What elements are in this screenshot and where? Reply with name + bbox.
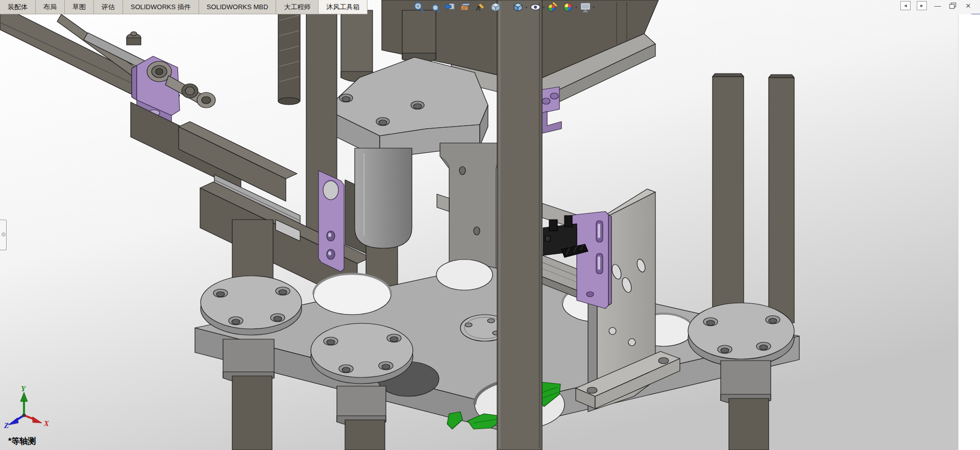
previous-window-button[interactable]: ◄	[900, 1, 911, 10]
view-orientation-icon[interactable]	[489, 1, 502, 14]
model-threaded-rod[interactable]	[278, 10, 300, 105]
triad-z-label: Z	[4, 421, 9, 430]
restore-button[interactable]	[948, 2, 958, 10]
view-settings-icon[interactable]	[579, 1, 592, 14]
view-orientation-label: *等轴测	[8, 436, 36, 447]
heads-up-toolbar: A ▾ ▾ ▾ ▾	[411, 1, 595, 14]
tab-label: 布局	[43, 3, 57, 12]
apply-scene-icon[interactable]	[561, 1, 575, 14]
model-column-back-right[interactable]	[713, 74, 744, 317]
zoom-to-fit-icon[interactable]	[412, 1, 426, 14]
chevron-down-icon[interactable]: ▾	[525, 5, 527, 10]
hide-show-items-icon[interactable]	[529, 1, 542, 14]
chevron-down-icon[interactable]: ▾	[593, 5, 595, 10]
display-style-icon[interactable]	[511, 1, 525, 14]
triad-x-label: X	[43, 419, 50, 428]
tab-label: 草图	[72, 3, 86, 12]
tab-addins[interactable]: SOLIDWORKS 插件	[123, 0, 199, 14]
model-flat-bracket-purple[interactable]	[318, 171, 344, 272]
model-flange-left[interactable]	[201, 276, 302, 335]
flyout-dot-icon	[2, 232, 6, 236]
tab-label: 大工程师	[284, 3, 310, 12]
annotation-views-icon[interactable]: A	[474, 1, 487, 14]
graphics-area[interactable]: Y Z X	[0, 0, 980, 450]
tab-label: 评估	[102, 3, 115, 12]
task-pane	[958, 14, 980, 450]
model-cylinder-top-left[interactable]	[341, 10, 373, 82]
tab-label: SOLIDWORKS MBD	[207, 3, 268, 11]
chevron-down-icon[interactable]: ▾	[575, 5, 577, 10]
tab-evaluate[interactable]: 评估	[94, 0, 123, 14]
window-controls: ◄ ► — ✕	[900, 1, 973, 10]
next-window-button[interactable]: ►	[917, 1, 927, 10]
tab-label: SOLIDWORKS 插件	[131, 3, 191, 12]
tab-big-engineer[interactable]: 大工程师	[276, 0, 318, 14]
section-view-icon[interactable]	[458, 1, 472, 14]
model-column-front[interactable]	[497, 0, 542, 450]
model-column-far-right[interactable]	[769, 75, 794, 323]
model-flange-right[interactable]	[688, 303, 794, 366]
model-cylinder-top-right[interactable]	[402, 10, 436, 63]
tab-label: 装配体	[8, 3, 28, 12]
tab-assembly[interactable]: 装配体	[0, 0, 36, 14]
feature-tree-flyout-tab[interactable]	[0, 220, 7, 250]
tab-label: 沐风工具箱	[326, 3, 359, 12]
previous-view-icon[interactable]	[443, 1, 456, 14]
model-flange-center[interactable]	[311, 323, 413, 384]
chevron-down-icon[interactable]: ▾	[543, 5, 545, 10]
edit-appearance-icon[interactable]	[546, 1, 559, 14]
minimize-button[interactable]: —	[933, 2, 942, 10]
tab-mbd[interactable]: SOLIDWORKS MBD	[199, 0, 277, 14]
close-button[interactable]: ✕	[964, 2, 973, 10]
zoom-to-area-icon[interactable]	[428, 1, 441, 14]
tab-layout[interactable]: 布局	[36, 0, 65, 14]
ribbon-tab-bar: 装配体 布局 草图 评估 SOLIDWORKS 插件 SOLIDWORKS MB…	[0, 0, 368, 14]
tab-mufeng-toolbox[interactable]: 沐风工具箱	[318, 0, 368, 14]
tab-sketch[interactable]: 草图	[65, 0, 94, 14]
